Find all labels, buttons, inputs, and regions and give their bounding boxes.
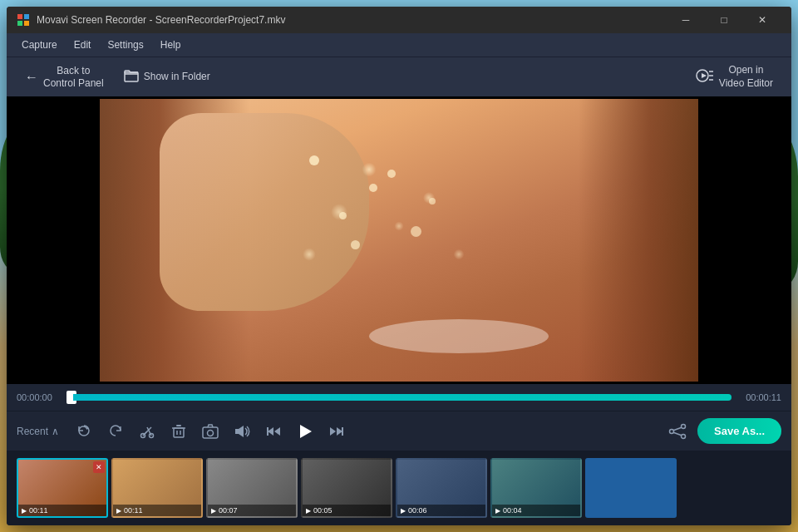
thumbnail-6-time: 00:04 bbox=[503, 506, 522, 515]
svg-point-27 bbox=[682, 434, 686, 438]
volume-button[interactable] bbox=[229, 418, 255, 445]
video-editor-btn-label: Open in Video Editor bbox=[719, 64, 773, 90]
toolbar: ← Back to Control Panel Show in Folder bbox=[7, 57, 791, 96]
thumbnail-2-time: 00:11 bbox=[124, 506, 143, 515]
thumbnail-1-close[interactable]: ✕ bbox=[93, 461, 105, 473]
recent-chevron-icon: ∧ bbox=[52, 426, 59, 437]
thumbnail-5[interactable]: ▶ 00:06 bbox=[396, 458, 487, 518]
svg-point-26 bbox=[682, 424, 686, 428]
skip-back-button[interactable] bbox=[260, 418, 287, 445]
menu-settings[interactable]: Settings bbox=[99, 36, 151, 54]
thumbnail-6-overlay: ▶ 00:04 bbox=[492, 505, 580, 516]
svg-rect-21 bbox=[267, 427, 268, 436]
video-preview bbox=[100, 96, 698, 384]
back-btn-label: Back to Control Panel bbox=[43, 65, 104, 89]
recent-button[interactable]: Recent ∧ bbox=[17, 426, 59, 437]
delete-button[interactable] bbox=[165, 418, 192, 445]
save-as-button[interactable]: Save As... bbox=[697, 418, 781, 444]
svg-rect-3 bbox=[24, 21, 29, 26]
thumbnail-6-play-icon: ▶ bbox=[495, 507, 500, 515]
timeline-area: 00:00:00 00:00:11 bbox=[7, 384, 791, 411]
thumbnail-2[interactable]: ▶ 00:11 bbox=[111, 458, 203, 518]
app-icon bbox=[17, 13, 30, 27]
thumbnail-5-play-icon: ▶ bbox=[401, 507, 406, 515]
close-button[interactable]: ✕ bbox=[743, 7, 781, 33]
thumbnail-3-overlay: ▶ 00:07 bbox=[208, 505, 296, 516]
thumbnail-3-time: 00:07 bbox=[219, 506, 238, 515]
video-canvas bbox=[100, 99, 698, 382]
window-controls: ─ □ ✕ bbox=[667, 7, 781, 33]
menu-capture[interactable]: Capture bbox=[13, 36, 66, 54]
svg-line-29 bbox=[673, 427, 682, 431]
thumbnail-3-play-icon: ▶ bbox=[211, 507, 216, 515]
svg-marker-22 bbox=[300, 425, 312, 438]
screenshot-button[interactable] bbox=[197, 418, 224, 445]
menu-edit[interactable]: Edit bbox=[66, 36, 100, 54]
folder-icon bbox=[124, 69, 139, 86]
thumbnail-1-play-icon: ▶ bbox=[22, 507, 27, 515]
thumbnail-6[interactable]: ▶ 00:04 bbox=[490, 458, 582, 518]
play-button[interactable] bbox=[292, 418, 318, 445]
thumbnail-1-overlay: ▶ 00:11 bbox=[18, 505, 106, 516]
svg-line-30 bbox=[673, 432, 682, 436]
thumbnail-5-time: 00:06 bbox=[408, 506, 427, 515]
undo-button[interactable] bbox=[71, 418, 97, 445]
show-folder-label: Show in Folder bbox=[144, 71, 210, 82]
thumbnail-3[interactable]: ▶ 00:07 bbox=[206, 458, 298, 518]
progress-track[interactable] bbox=[66, 394, 732, 401]
time-end: 00:00:11 bbox=[738, 392, 781, 402]
thumbnail-strip: ✕ ▶ 00:11 ▶ 00:11 ▶ 00:07 ▶ 00:05 bbox=[7, 451, 791, 525]
video-right-bar bbox=[698, 96, 791, 384]
redo-button[interactable] bbox=[102, 418, 129, 445]
thumbnail-7[interactable] bbox=[585, 458, 677, 518]
svg-marker-20 bbox=[274, 427, 280, 436]
progress-track-fill bbox=[73, 394, 732, 401]
svg-rect-1 bbox=[24, 14, 29, 19]
svg-rect-25 bbox=[342, 427, 343, 436]
svg-point-17 bbox=[208, 430, 214, 436]
cut-button[interactable] bbox=[134, 418, 160, 445]
menu-bar: Capture Edit Settings Help bbox=[7, 33, 791, 57]
thumbnail-1[interactable]: ✕ ▶ 00:11 bbox=[17, 458, 108, 518]
svg-marker-23 bbox=[337, 427, 342, 436]
back-to-control-panel-button[interactable]: ← Back to Control Panel bbox=[17, 60, 112, 94]
controls-bar: Recent ∧ bbox=[7, 411, 791, 451]
svg-rect-0 bbox=[17, 14, 22, 19]
thumbnail-2-overlay: ▶ 00:11 bbox=[113, 505, 201, 516]
svg-rect-2 bbox=[17, 21, 22, 26]
show-in-folder-button[interactable]: Show in Folder bbox=[116, 64, 219, 91]
video-area bbox=[7, 96, 791, 384]
thumbnail-1-time: 00:11 bbox=[29, 506, 48, 515]
thumbnail-5-overlay: ▶ 00:06 bbox=[397, 505, 485, 516]
app-window: Movavi Screen Recorder - ScreenRecorderP… bbox=[7, 7, 791, 525]
svg-rect-11 bbox=[174, 428, 184, 437]
share-button[interactable] bbox=[663, 416, 692, 446]
svg-marker-19 bbox=[268, 427, 273, 436]
svg-point-28 bbox=[670, 429, 674, 433]
video-editor-icon bbox=[696, 68, 714, 86]
back-arrow-icon: ← bbox=[25, 70, 38, 85]
thumbnail-4-overlay: ▶ 00:05 bbox=[303, 505, 391, 516]
time-start: 00:00:00 bbox=[17, 392, 60, 402]
open-in-video-editor-button[interactable]: Open in Video Editor bbox=[687, 59, 781, 95]
window-title: Movavi Screen Recorder - ScreenRecorderP… bbox=[37, 14, 667, 26]
svg-marker-24 bbox=[330, 427, 336, 436]
skip-forward-button[interactable] bbox=[323, 418, 350, 445]
menu-help[interactable]: Help bbox=[152, 36, 190, 54]
recent-label: Recent bbox=[17, 426, 48, 437]
maximize-button[interactable]: □ bbox=[705, 7, 743, 33]
thumbnail-2-play-icon: ▶ bbox=[116, 507, 121, 515]
thumbnail-4[interactable]: ▶ 00:05 bbox=[301, 458, 392, 518]
thumbnail-4-time: 00:05 bbox=[313, 506, 332, 515]
thumbnail-4-play-icon: ▶ bbox=[306, 507, 311, 515]
video-left-bar bbox=[7, 96, 100, 384]
svg-marker-18 bbox=[235, 426, 244, 437]
minimize-button[interactable]: ─ bbox=[667, 7, 705, 33]
title-bar: Movavi Screen Recorder - ScreenRecorderP… bbox=[7, 7, 791, 33]
